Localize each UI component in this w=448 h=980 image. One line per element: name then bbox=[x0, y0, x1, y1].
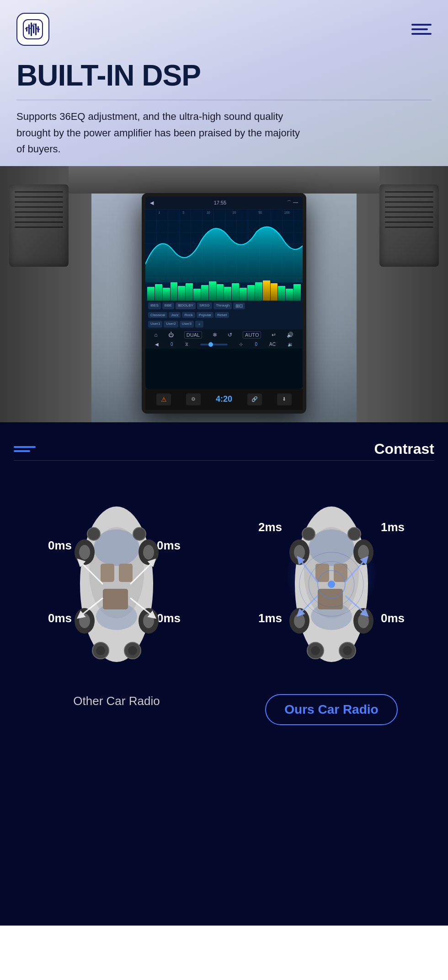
hamburger-line-2 bbox=[411, 28, 428, 30]
back-nav-icon[interactable]: ◀ bbox=[155, 342, 159, 347]
link-btn[interactable]: 🔗 bbox=[247, 393, 262, 405]
svg-point-19 bbox=[143, 545, 154, 560]
svg-point-53 bbox=[348, 528, 361, 540]
eq-btn-add[interactable]: ＋ bbox=[195, 321, 203, 328]
contrast-divider bbox=[14, 460, 434, 461]
download-icon: ⬇ bbox=[282, 396, 286, 402]
power-icon[interactable]: ⏻ bbox=[168, 332, 174, 338]
settings-btn[interactable]: ⚙ bbox=[186, 393, 201, 405]
contrast-line-2 bbox=[14, 450, 30, 452]
svg-rect-4 bbox=[33, 25, 34, 33]
svg-point-18 bbox=[79, 545, 90, 560]
recycle-icon[interactable]: ↺ bbox=[228, 332, 232, 338]
eq-btn-popular[interactable]: Popular bbox=[197, 312, 214, 318]
svg-point-43 bbox=[358, 614, 369, 628]
eq-btn-user1[interactable]: User1 bbox=[148, 321, 162, 328]
eq-btn-rock[interactable]: Rock bbox=[182, 312, 195, 318]
ours-car-topview: 2ms 1ms 1ms 0ms bbox=[263, 484, 400, 685]
wifi-icon: ⌒ ━ bbox=[287, 199, 298, 206]
cars-comparison: 0ms 0ms 0ms 0ms bbox=[14, 484, 434, 725]
temp-right: 0 bbox=[255, 342, 257, 347]
svg-point-49 bbox=[311, 646, 320, 655]
other-car-topview: 0ms 0ms 0ms 0ms bbox=[48, 484, 185, 685]
download-btn[interactable]: ⬇ bbox=[277, 393, 292, 405]
eq-user-buttons: User1 User2 User3 ＋ bbox=[145, 320, 303, 329]
enter-icon[interactable]: ↵ bbox=[272, 332, 276, 338]
air-icon[interactable]: ⧖ bbox=[185, 342, 188, 347]
eq-btn-bbe[interactable]: BBE bbox=[162, 302, 174, 309]
eq-display: 1 5 10 20 50 100 bbox=[145, 209, 303, 301]
eq-wave-svg bbox=[145, 218, 303, 282]
hazard-icon: ⚠ bbox=[161, 396, 167, 403]
ours-label-tl: 2ms bbox=[258, 520, 282, 534]
temp-slider[interactable] bbox=[200, 344, 228, 345]
eq-btn-through[interactable]: Through bbox=[213, 302, 232, 309]
dual-label: DUAL bbox=[184, 331, 202, 339]
snowflake-icon[interactable]: ❄ bbox=[213, 332, 217, 338]
hero-section: BUILT-IN DSP Supports 36EQ adjustment, a… bbox=[0, 0, 448, 422]
ac-icon[interactable]: AC bbox=[269, 342, 276, 347]
svg-rect-3 bbox=[31, 22, 32, 36]
main-controls-row: ⌂ ⏻ DUAL ❄ ↺ AUTO ↵ 🔊 bbox=[145, 329, 303, 340]
svg-point-42 bbox=[294, 614, 305, 628]
logo-icon bbox=[22, 19, 43, 40]
svg-point-31 bbox=[309, 529, 354, 566]
contrast-title: Contrast bbox=[374, 441, 434, 458]
contrast-section: Contrast 0ms 0ms 0ms 0ms bbox=[0, 422, 448, 926]
svg-point-40 bbox=[294, 545, 305, 560]
display-number: 4:20 bbox=[216, 394, 232, 404]
fan-icon[interactable]: ⊹ bbox=[239, 342, 243, 347]
contrast-lines-icon bbox=[14, 446, 36, 452]
svg-point-52 bbox=[302, 528, 315, 540]
ours-label-tr: 1ms bbox=[381, 520, 405, 534]
hazard-btn[interactable]: ⚠ bbox=[156, 393, 171, 405]
vol-down-icon[interactable]: 🔉 bbox=[288, 342, 293, 347]
svg-point-9 bbox=[94, 529, 139, 566]
svg-point-26 bbox=[87, 528, 100, 540]
logo bbox=[16, 13, 49, 46]
ours-car-button[interactable]: Ours Car Radio bbox=[265, 694, 397, 725]
eq-btn-reset[interactable]: Reset bbox=[215, 312, 229, 318]
temp-left: 0 bbox=[171, 342, 173, 347]
screen-topbar: ◀ 17:55 ⌒ ━ bbox=[145, 197, 303, 209]
vol-icon[interactable]: 🔊 bbox=[287, 332, 293, 338]
svg-rect-35 bbox=[318, 589, 343, 609]
back-icon: ◀ bbox=[150, 200, 154, 206]
svg-rect-12 bbox=[119, 564, 133, 582]
contrast-header: Contrast bbox=[14, 441, 434, 458]
svg-point-27 bbox=[133, 528, 146, 540]
hero-divider bbox=[16, 100, 432, 100]
eq-btn-srs[interactable]: SRS⊙ bbox=[197, 302, 212, 309]
other-car-name: Other Car Radio bbox=[73, 694, 160, 708]
hamburger-menu-button[interactable] bbox=[411, 24, 432, 35]
ours-label-bl: 1ms bbox=[258, 611, 282, 625]
car-image-container: ◀ 17:55 ⌒ ━ bbox=[0, 166, 448, 422]
eq-btn-dolby[interactable]: ⊞DOLBY bbox=[176, 302, 196, 309]
other-car-svg bbox=[66, 493, 167, 676]
screen: ◀ 17:55 ⌒ ━ bbox=[145, 197, 303, 389]
ours-label-br: 0ms bbox=[381, 611, 405, 625]
home-icon[interactable]: ⌂ bbox=[155, 332, 158, 338]
eq-preset-buttons: Classical Jazz Rock Popular Reset bbox=[145, 311, 303, 320]
svg-point-47 bbox=[328, 581, 335, 588]
header bbox=[0, 0, 448, 55]
svg-rect-11 bbox=[101, 564, 114, 582]
hero-description: Supports 36EQ adjustment, and the ultra-… bbox=[0, 108, 320, 157]
eq-mode-buttons: iBES BBE ⊞DOLBY SRS⊙ Through ⊞⊡ bbox=[145, 301, 303, 311]
svg-point-51 bbox=[343, 646, 352, 655]
eq-btn-extra[interactable]: ⊞⊡ bbox=[233, 302, 245, 309]
auto-label: AUTO bbox=[243, 331, 261, 339]
ours-car-svg bbox=[281, 493, 382, 676]
svg-rect-2 bbox=[28, 24, 30, 34]
svg-rect-13 bbox=[103, 589, 128, 609]
eq-btn-jazz[interactable]: Jazz bbox=[169, 312, 181, 318]
car-screen-unit: ◀ 17:55 ⌒ ━ bbox=[142, 193, 306, 414]
ours-car-comparison: 2ms 1ms 1ms 0ms bbox=[235, 484, 427, 725]
eq-btn-user2[interactable]: User2 bbox=[164, 321, 178, 328]
eq-btn-user3[interactable]: User3 bbox=[180, 321, 194, 328]
temp-controls-row: ◀ 0 ⧖ ⊹ 0 AC 🔉 bbox=[145, 340, 303, 349]
eq-btn-ibes[interactable]: iBES bbox=[148, 302, 161, 309]
hero-title: BUILT-IN DSP bbox=[0, 55, 448, 95]
svg-point-25 bbox=[128, 646, 137, 655]
eq-btn-classical[interactable]: Classical bbox=[148, 312, 167, 318]
